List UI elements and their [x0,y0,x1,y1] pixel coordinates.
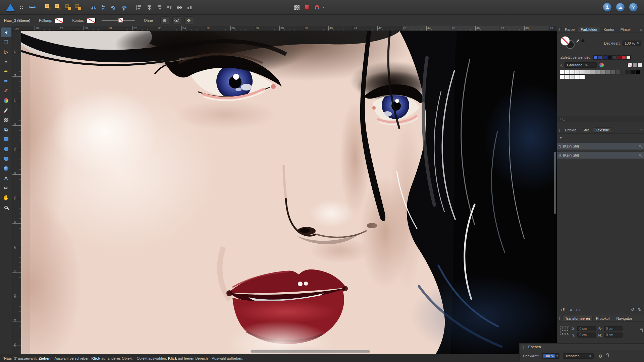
tab-transformieren[interactable]: Transformieren [562,316,593,321]
shape-tool[interactable] [1,164,11,173]
panel-grip-icon[interactable]: ∥ [559,317,561,320]
add-style-button[interactable]: +¶ [560,308,565,312]
gray-swatch[interactable] [633,63,637,67]
rotate-cw-button[interactable] [119,3,129,12]
snapping-caret-icon[interactable]: ▾ [323,6,324,9]
cloud-button[interactable]: ☁ [616,3,625,12]
stroke-style-value[interactable]: Ohne [144,18,153,22]
palette-colors-icon[interactable] [599,63,604,67]
h-ruler[interactable]: 2829303132333435363738394041424344454647… [21,26,557,31]
tab-textstile[interactable]: Textstile [593,127,612,133]
eyedropper-tool[interactable] [1,105,11,115]
rectangle-tool[interactable] [1,134,11,144]
align-left-button[interactable] [134,3,144,12]
grayscale-swatch[interactable] [570,74,575,79]
hand-tool[interactable]: ✋ [1,193,11,202]
snapping-button[interactable] [312,3,322,12]
recent-color-swatch[interactable] [622,55,626,60]
grayscale-swatch[interactable] [610,70,615,74]
color-wells[interactable] [560,36,577,50]
ellipse-tool[interactable] [1,144,11,154]
text-style-row[interactable]: ¶[Kein Stil]≡, [557,143,644,150]
show-grid-button[interactable] [292,3,302,12]
node-tool[interactable]: ▷ [1,47,11,57]
tab-farbfelder[interactable]: Farbfelder [578,27,600,32]
grayscale-swatch[interactable] [565,74,570,79]
zoom-tool[interactable] [1,202,11,212]
panel-help-icon[interactable]: ? [640,128,642,132]
align-bottom-button[interactable] [184,3,195,12]
transform-field-y[interactable]: 0 cm [577,333,596,338]
knife-tool[interactable]: ✑ [1,183,11,193]
palette-select[interactable]: Grautöne ⇅ [565,62,597,68]
align-right-button[interactable] [154,3,164,12]
grayscale-swatch[interactable] [570,70,575,74]
rotate-ccw-button[interactable] [109,3,119,12]
vector-brush-tool[interactable]: ✐ [1,86,11,96]
transform-field-x[interactable]: 0 cm [577,326,596,331]
canvas-h-scrollbar[interactable] [251,350,370,353]
eyedropper-icon[interactable] [576,39,579,43]
stroke-width-handle[interactable] [118,18,123,22]
grayscale-swatch[interactable] [630,70,635,74]
recent-color-swatch[interactable] [607,55,612,60]
grayscale-swatch[interactable] [620,70,625,74]
align-middle-button[interactable] [174,3,184,12]
tab-navigator[interactable]: Navigator [613,316,635,321]
point-transform-tool[interactable]: ⌖ [1,57,11,66]
symbols-icon[interactable] [17,2,26,12]
secondary-color-dot[interactable] [581,39,585,43]
tab-pinsel[interactable]: Pinsel [618,27,633,32]
recent-color-swatch[interactable] [612,55,616,60]
preview-mode-button[interactable] [172,16,181,24]
pencil-tool[interactable]: ✏ [1,76,11,86]
vector-crop-tool[interactable]: ⧉ [1,125,11,134]
artistic-text-tool[interactable]: A [1,173,11,183]
grayscale-swatch[interactable] [585,70,590,74]
grayscale-swatch[interactable] [575,70,580,74]
white-swatch[interactable] [638,63,642,67]
palette-type-icon[interactable]: ◬ [560,63,562,67]
ruler-unit-corner[interactable]: cm [12,26,21,31]
disclosure-triangle-icon[interactable]: ▶ [560,136,562,139]
layers-header[interactable]: ◦∥ Ebenen [520,344,644,350]
recent-color-swatch[interactable] [593,55,598,60]
aspect-lock-icon[interactable] [640,329,643,332]
grayscale-swatch[interactable] [565,70,570,74]
align-center-h-button[interactable] [144,3,154,12]
move-forward-button[interactable] [53,3,63,12]
grayscale-swatch[interactable] [560,74,565,79]
recent-color-swatch[interactable] [617,55,621,60]
canvas-area[interactable] [21,31,557,354]
add-style-button[interactable]: +s [576,308,580,312]
portrait-artwork[interactable] [21,31,557,354]
recent-color-swatch[interactable] [626,55,631,60]
grayscale-swatch[interactable] [600,70,605,74]
transform-anchor-widget[interactable] [560,326,569,335]
transform-field-h[interactable]: 0 cm [604,333,623,338]
transform-field-b[interactable]: 0 cm [604,326,623,331]
stroke-width-slider[interactable] [102,20,135,21]
panel-grip-icon[interactable]: ∥ [559,128,561,132]
lock-icon[interactable] [606,355,609,357]
recent-color-swatch[interactable] [598,55,602,60]
tab-effekte[interactable]: Effekte [562,127,579,133]
move-to-front-button[interactable] [43,3,53,12]
tab-stile[interactable]: Stile [580,127,592,133]
style-menu-icon[interactable]: ≡, [639,144,642,148]
styles-disclosure-row[interactable]: ▶ [557,135,644,140]
grayscale-swatch[interactable] [615,70,620,74]
rounded-rectangle-tool[interactable] [1,154,11,164]
fill-color-well[interactable] [560,36,570,46]
v-ruler[interactable]: 23242526272829303132333435 [12,31,21,354]
grayscale-swatch[interactable] [580,74,585,79]
stroke-swatch[interactable] [87,18,96,23]
tab-protokoll[interactable]: Protokoll [593,316,613,321]
panel-grip-icon[interactable]: ◦∥ [521,345,525,349]
blend-mode-select[interactable]: Transfer ⇅ [563,353,594,359]
help-button[interactable]: ? [629,3,638,12]
constraints-icon[interactable] [28,2,37,12]
stepper-icon[interactable]: ⇅ [637,42,639,45]
tab-kontur[interactable]: Kontur [601,27,617,32]
tab-farbe[interactable]: Farbe [562,27,578,32]
